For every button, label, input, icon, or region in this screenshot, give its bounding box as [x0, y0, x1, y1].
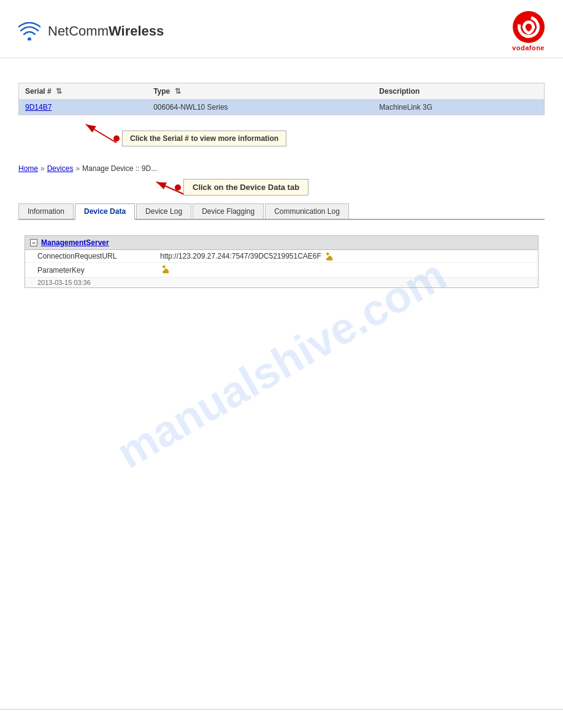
- table-row: 9D14B7 006064-NWL10 Series MachineLink 3…: [19, 100, 545, 115]
- cell-serial: 9D14B7: [19, 100, 148, 115]
- breadcrumb-devices[interactable]: Devices: [47, 164, 74, 173]
- svg-rect-7: [326, 252, 329, 256]
- tab-information[interactable]: Information: [18, 203, 74, 219]
- data-label-parameter-key: ParameterKey: [37, 266, 160, 275]
- data-tree-section: – ManagementServer ConnectionRequestURL …: [25, 235, 538, 288]
- data-row-connection-url: ConnectionRequestURL http://123.209.27.2…: [25, 250, 538, 263]
- edit-icon-connection-url[interactable]: [324, 252, 332, 260]
- vodafone-label: vodafone: [512, 44, 545, 51]
- col-serial: Serial # ⇅: [19, 83, 148, 100]
- logo-area: NetCommWireless: [18, 22, 164, 40]
- callout-box-1: Click the Serial # to view more informat…: [122, 131, 286, 146]
- tab-device-data[interactable]: Device Data: [75, 203, 135, 220]
- tab-communication-log[interactable]: Communication Log: [265, 203, 349, 219]
- svg-line-3: [86, 124, 117, 143]
- vodafone-logo: vodafone: [512, 11, 545, 51]
- col-description: Description: [373, 83, 544, 100]
- breadcrumb-sep-2: »: [75, 164, 80, 173]
- vodafone-circle-icon: [513, 11, 545, 43]
- svg-rect-6: [326, 256, 332, 260]
- data-value-connection-url: http://123.209.27.244:7547/39DC5219951CA…: [160, 252, 332, 260]
- device-data-content: – ManagementServer ConnectionRequestURL …: [18, 229, 545, 294]
- cell-type: 006064-NWL10 Series: [147, 100, 373, 115]
- data-value-parameter-key: [160, 265, 169, 275]
- breadcrumb: Home » Devices » Manage Device :: 9D...: [18, 164, 545, 173]
- tree-header[interactable]: – ManagementServer: [25, 236, 538, 250]
- data-row-parameter-key: ParameterKey: [25, 263, 538, 278]
- tabs-bar: Information Device Data Device Log Devic…: [18, 203, 545, 220]
- col-type: Type ⇅: [147, 83, 373, 100]
- data-label-connection-url: ConnectionRequestURL: [37, 252, 160, 260]
- serial-link[interactable]: 9D14B7: [25, 103, 52, 112]
- tree-collapse-icon[interactable]: –: [30, 239, 37, 246]
- svg-point-1: [526, 24, 532, 30]
- edit-icon-parameter-key[interactable]: [160, 265, 169, 275]
- breadcrumb-home[interactable]: Home: [18, 164, 38, 173]
- main-content: Serial # ⇅ Type ⇅ Description 9D14B7 006…: [0, 58, 563, 306]
- tab-device-flagging[interactable]: Device Flagging: [193, 203, 264, 219]
- logo-text: NetCommWireless: [48, 23, 164, 39]
- callout-dot-1: [113, 135, 120, 142]
- netcomm-logo-icon: [18, 22, 40, 40]
- device-table: Serial # ⇅ Type ⇅ Description 9D14B7 006…: [18, 83, 545, 115]
- tab-device-log[interactable]: Device Log: [136, 203, 191, 219]
- callout-dot-2: [175, 184, 181, 191]
- svg-point-0: [28, 37, 31, 40]
- device-table-section: Serial # ⇅ Type ⇅ Description 9D14B7 006…: [18, 83, 545, 115]
- tree-body: ConnectionRequestURL http://123.209.27.2…: [25, 250, 538, 287]
- timestamp-row: 2013-03-15 03:36: [25, 278, 538, 287]
- breadcrumb-sep-1: »: [40, 164, 45, 173]
- page-header: NetCommWireless vodafone: [0, 0, 563, 58]
- tree-node-label: ManagementServer: [41, 238, 109, 247]
- callout-box-2: Click on the Device Data tab: [183, 179, 308, 195]
- footer-line: [0, 709, 563, 710]
- sort-serial-icon[interactable]: ⇅: [56, 87, 62, 96]
- breadcrumb-manage-device: Manage Device :: 9D...: [82, 164, 157, 173]
- sort-type-icon[interactable]: ⇅: [175, 87, 181, 96]
- svg-rect-9: [162, 265, 166, 268]
- cell-description: MachineLink 3G: [373, 100, 544, 115]
- svg-rect-8: [162, 268, 169, 273]
